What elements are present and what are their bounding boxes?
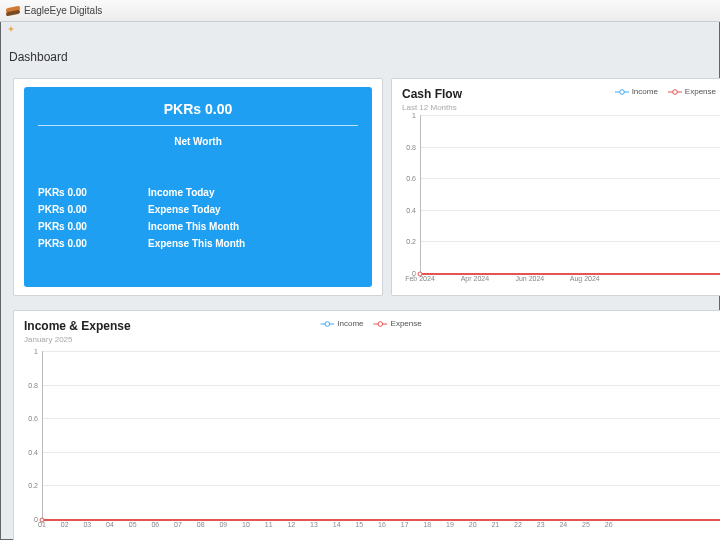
cash-flow-chart: 00.20.40.60.81 <box>420 115 720 273</box>
x-tick: 09 <box>219 521 227 528</box>
x-tick: 22 <box>514 521 522 528</box>
summary-value: PKRs 0.00 <box>38 221 148 232</box>
x-tick: 07 <box>174 521 182 528</box>
cash-flow-xaxis: Feb 2024Apr 2024Jun 2024Aug 2024 <box>420 275 720 287</box>
svg-point-1 <box>619 89 624 94</box>
x-tick: Feb 2024 <box>405 275 435 282</box>
svg-point-5 <box>325 321 330 326</box>
summary-label: Income This Month <box>148 221 358 232</box>
net-worth-amount: PKRs 0.00 <box>38 101 358 117</box>
x-tick: Aug 2024 <box>570 275 600 282</box>
summary-label: Expense Today <box>148 204 358 215</box>
y-tick: 0.6 <box>400 175 416 182</box>
legend-item-income: Income <box>320 319 363 328</box>
x-tick: 24 <box>559 521 567 528</box>
income-expense-subtitle: January 2025 <box>24 335 718 344</box>
y-tick: 0.8 <box>400 143 416 150</box>
x-tick: 01 <box>38 521 46 528</box>
x-tick: 21 <box>491 521 499 528</box>
y-tick: 0.8 <box>22 381 38 388</box>
legend-item-expense: Expense <box>668 87 716 96</box>
summary-value: PKRs 0.00 <box>38 204 148 215</box>
y-tick: 0 <box>22 516 38 523</box>
legend-label: Expense <box>685 87 716 96</box>
summary-row: PKRs 0.00Expense This Month <box>38 238 358 249</box>
income-expense-legend: Income Expense <box>320 319 421 328</box>
cash-flow-subtitle: Last 12 Months <box>402 103 718 112</box>
x-tick: 20 <box>469 521 477 528</box>
x-tick: 15 <box>355 521 363 528</box>
cash-flow-legend: Income Expense <box>615 87 716 96</box>
legend-label: Income <box>632 87 658 96</box>
x-tick: 18 <box>423 521 431 528</box>
y-tick: 0.2 <box>400 238 416 245</box>
svg-point-3 <box>673 89 678 94</box>
x-tick: 14 <box>333 521 341 528</box>
summary-label: Income Today <box>148 187 358 198</box>
y-tick: 0.4 <box>22 448 38 455</box>
legend-label: Expense <box>391 319 422 328</box>
x-tick: 05 <box>129 521 137 528</box>
x-tick: Apr 2024 <box>461 275 489 282</box>
x-tick: 23 <box>537 521 545 528</box>
x-tick: 06 <box>151 521 159 528</box>
x-tick: 04 <box>106 521 114 528</box>
x-tick: 02 <box>61 521 69 528</box>
income-expense-xaxis: 0102030405060708091011121314151617181920… <box>42 521 720 533</box>
x-tick: 08 <box>197 521 205 528</box>
y-tick: 0.2 <box>22 482 38 489</box>
legend-item-income: Income <box>615 87 658 96</box>
brand-name: EagleEye Digitals <box>24 5 102 16</box>
legend-item-expense: Expense <box>374 319 422 328</box>
y-tick: 0.4 <box>400 206 416 213</box>
refresh-icon[interactable] <box>7 25 15 33</box>
title-bar: EagleEye Digitals <box>0 0 720 22</box>
y-tick: 1 <box>22 348 38 355</box>
workspace: Dashboard PKRs 0.00 Net Worth PKRs 0.00I… <box>0 22 720 540</box>
svg-point-7 <box>378 321 383 326</box>
income-expense-chart: 00.20.40.60.81 <box>42 351 720 519</box>
summary-value: PKRs 0.00 <box>38 187 148 198</box>
net-worth-tile: PKRs 0.00 Net Worth PKRs 0.00Income Toda… <box>24 87 372 287</box>
x-tick: 26 <box>605 521 613 528</box>
x-tick: 19 <box>446 521 454 528</box>
x-tick: 16 <box>378 521 386 528</box>
x-tick: 25 <box>582 521 590 528</box>
y-tick: 1 <box>400 112 416 119</box>
summary-row: PKRs 0.00Income Today <box>38 187 358 198</box>
x-tick: 03 <box>83 521 91 528</box>
brand-logo-icon <box>6 6 20 16</box>
x-tick: 17 <box>401 521 409 528</box>
summary-value: PKRs 0.00 <box>38 238 148 249</box>
summary-row: PKRs 0.00Income This Month <box>38 221 358 232</box>
panel-net-worth: PKRs 0.00 Net Worth PKRs 0.00Income Toda… <box>13 78 383 296</box>
x-tick: Jun 2024 <box>515 275 544 282</box>
y-tick: 0.6 <box>22 415 38 422</box>
x-tick: 13 <box>310 521 318 528</box>
net-worth-label: Net Worth <box>38 136 358 147</box>
panel-cash-flow: Cash Flow Last 12 Months Income Expense … <box>391 78 720 296</box>
summary-row: PKRs 0.00Expense Today <box>38 204 358 215</box>
x-tick: 11 <box>265 521 273 528</box>
divider <box>38 125 358 126</box>
legend-label: Income <box>337 319 363 328</box>
page-title: Dashboard <box>9 50 68 64</box>
panel-income-expense: Income & Expense January 2025 Income Exp… <box>13 310 720 540</box>
x-tick: 12 <box>287 521 295 528</box>
x-tick: 10 <box>242 521 250 528</box>
summary-label: Expense This Month <box>148 238 358 249</box>
summary-rows: PKRs 0.00Income TodayPKRs 0.00Expense To… <box>38 187 358 249</box>
